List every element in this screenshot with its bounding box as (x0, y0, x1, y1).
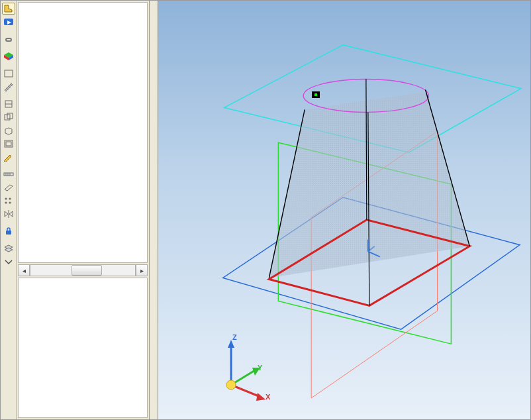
tool-feature-1[interactable] (2, 98, 15, 110)
svg-marker-10 (5, 128, 12, 134)
svg-rect-5 (5, 70, 13, 77)
3d-viewport[interactable]: Z Y X (158, 1, 530, 419)
tool-shell-icon (3, 139, 14, 148)
tool-mirror[interactable] (2, 208, 15, 220)
tool-boot[interactable] (2, 3, 15, 15)
scroll-track[interactable] (30, 264, 136, 276)
tool-plane[interactable] (2, 182, 15, 193)
tool-rgb-cube[interactable] (2, 50, 15, 62)
svg-marker-17 (5, 185, 13, 191)
tool-link-icon (3, 34, 14, 44)
svg-point-20 (5, 202, 7, 204)
model-tree-hscrollbar[interactable]: ◂ ▸ (18, 264, 148, 276)
scroll-right-button[interactable]: ▸ (136, 264, 148, 276)
detail-panel[interactable] (18, 278, 148, 418)
tool-plane-icon (3, 183, 14, 192)
svg-point-39 (226, 380, 236, 390)
svg-rect-13 (4, 173, 13, 176)
tool-shell[interactable] (2, 138, 15, 150)
tool-pattern-icon (3, 196, 14, 205)
chevron-down-icon (4, 258, 13, 265)
svg-marker-38 (256, 393, 266, 401)
tool-link[interactable] (2, 33, 15, 45)
tool-rgb-cube-icon (3, 52, 14, 61)
svg-point-19 (9, 198, 11, 200)
tool-feature-2-icon (3, 113, 14, 122)
svg-rect-12 (6, 142, 11, 146)
tool-sketch-icon (3, 82, 14, 91)
svg-rect-25 (6, 231, 11, 235)
tool-measure[interactable] (2, 168, 15, 180)
axis-label-y: Y (258, 364, 262, 372)
tool-playback-icon (3, 17, 14, 26)
tool-measure-icon (3, 170, 14, 179)
side-panel-column: ◂ ▸ (17, 1, 150, 419)
svg-point-21 (9, 202, 11, 204)
tool-pencil[interactable] (2, 151, 15, 163)
tool-extrude-icon (3, 126, 14, 135)
axis-label-z: Z (232, 333, 237, 341)
model-tree-panel[interactable] (18, 2, 148, 263)
tool-boot-icon (3, 4, 14, 13)
tool-feature-2[interactable] (2, 111, 15, 123)
svg-marker-23 (5, 211, 8, 217)
tool-pencil-icon (3, 152, 14, 162)
scroll-left-button[interactable]: ◂ (18, 264, 30, 276)
sketch-handle-icon[interactable] (312, 91, 320, 98)
tool-mirror-icon (3, 209, 14, 219)
tool-sketch[interactable] (2, 81, 15, 93)
tool-feature-1-icon (3, 99, 14, 109)
tool-lock-icon (3, 227, 14, 236)
axis-triad: Z Y X (191, 332, 271, 411)
tool-extrude[interactable] (2, 125, 15, 136)
left-toolbar (1, 1, 17, 419)
tool-geometry[interactable] (2, 68, 15, 79)
panel-splitter[interactable] (150, 1, 158, 419)
tool-layers-icon (3, 244, 14, 253)
tool-layers[interactable] (2, 242, 15, 254)
toolbar-overflow-button[interactable] (2, 256, 15, 268)
tool-geometry-icon (3, 69, 14, 78)
svg-marker-27 (5, 248, 13, 252)
tool-lock[interactable] (2, 225, 15, 237)
tool-playback[interactable] (2, 16, 15, 28)
axis-label-x: X (266, 393, 270, 401)
scroll-thumb[interactable] (72, 265, 102, 276)
svg-point-18 (5, 198, 7, 200)
svg-marker-24 (9, 211, 13, 217)
tool-pattern[interactable] (2, 195, 15, 207)
